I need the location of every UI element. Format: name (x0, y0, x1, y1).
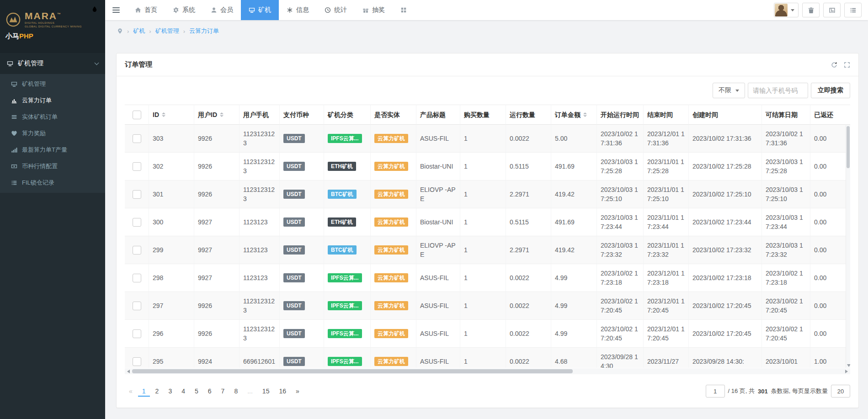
page-link[interactable]: 3 (164, 386, 176, 397)
column-header[interactable]: 已返还 (810, 105, 850, 125)
row-checkbox[interactable] (133, 134, 141, 143)
column-header[interactable]: 支付币种 (280, 105, 324, 125)
sidebar-item[interactable]: 最新算力单T产量 (0, 142, 105, 158)
column-header[interactable]: 创建时间 (689, 105, 762, 125)
page-jump-input[interactable] (706, 385, 725, 398)
topnav-item[interactable]: 系统 (165, 0, 203, 20)
sidebar-item[interactable]: 实体矿机订单 (0, 109, 105, 125)
cell-user-id: 9927 (194, 208, 240, 236)
sidebar-item[interactable]: FIL锁仓记录 (0, 175, 105, 191)
vertical-scrollbar[interactable] (846, 125, 850, 368)
scroll-right-arrow-icon[interactable] (843, 368, 850, 374)
horizontal-scrollbar-thumb[interactable] (132, 369, 573, 373)
scroll-left-arrow-icon[interactable] (125, 368, 132, 374)
select-all-checkbox[interactable] (133, 111, 141, 119)
select-all-cell (125, 105, 149, 125)
row-checkbox[interactable] (133, 218, 141, 227)
cell-id: 300 (149, 208, 194, 236)
column-header[interactable]: 是否实体 (371, 105, 416, 125)
row-checkbox[interactable] (133, 274, 141, 282)
droplet-icon[interactable] (91, 5, 98, 13)
topnav-item-icon (135, 7, 141, 13)
sidebar-item[interactable]: 算力奖励 (0, 125, 105, 142)
vertical-scrollbar-thumb[interactable] (847, 126, 850, 168)
column-header[interactable]: 用户ID (194, 105, 240, 125)
page-link[interactable]: 15 (258, 386, 274, 397)
desktop-icon (7, 60, 13, 67)
horizontal-scrollbar[interactable] (125, 368, 850, 374)
row-checkbox[interactable] (133, 329, 141, 338)
topnav-item[interactable] (393, 0, 415, 20)
trash-button[interactable] (802, 3, 820, 17)
sidebar-item[interactable]: 币种行情配置 (0, 158, 105, 175)
page-link[interactable]: 1 (138, 386, 150, 397)
row-checkbox[interactable] (133, 302, 141, 310)
row-checkbox[interactable] (133, 246, 141, 255)
page-link[interactable]: 7 (217, 386, 229, 397)
breadcrumb-item-current[interactable]: 云算力订单 (189, 27, 219, 35)
cell-product: ELIOVP -APE (416, 180, 460, 208)
page-size-input[interactable] (831, 385, 850, 398)
sort-icon[interactable] (162, 112, 165, 117)
column-header[interactable]: 开始运行时间 (597, 105, 644, 125)
topnav-item[interactable]: 抽奖 (355, 0, 393, 20)
sidebar-toggle-button[interactable] (105, 0, 127, 20)
page-link[interactable]: 5 (191, 386, 202, 397)
cell-buy-qty: 1 (460, 125, 506, 153)
topnav-item[interactable]: 会员 (203, 0, 241, 20)
total-count: 301 (758, 388, 768, 395)
sort-icon[interactable] (220, 112, 224, 117)
cell-buy-qty: 1 (460, 180, 506, 208)
scroll-down-arrow-icon[interactable] (847, 364, 850, 367)
topnav-item[interactable]: 首页 (127, 0, 165, 20)
row-checkbox[interactable] (133, 357, 141, 366)
search-button[interactable]: 立即搜索 (811, 83, 850, 98)
row-checkbox[interactable] (133, 162, 141, 171)
table-row: 301 9926 1123123123 USDT BTC矿机 云算力矿机 ELI… (125, 180, 850, 208)
topnav-item[interactable]: 统计 (317, 0, 355, 20)
topnav-item-label: 系统 (182, 6, 195, 14)
cell-category: ETH矿机 (324, 153, 371, 180)
column-header[interactable]: 可结算日期 (762, 105, 810, 125)
topnav-item[interactable]: 矿机 (241, 0, 279, 20)
page-link[interactable]: « (125, 386, 137, 397)
page-link[interactable]: 6 (204, 386, 216, 397)
image-button[interactable] (823, 3, 841, 17)
sort-icon[interactable] (583, 112, 587, 117)
list-button[interactable] (844, 3, 862, 17)
cell-user-id: 9926 (194, 153, 240, 180)
user-avatar-dropdown[interactable] (774, 3, 799, 17)
row-checkbox[interactable] (133, 190, 141, 199)
breadcrumb-item[interactable]: 矿机管理 (155, 27, 179, 35)
column-header[interactable]: 购买数量 (460, 105, 506, 125)
column-header[interactable]: 产品标题 (416, 105, 460, 125)
filter-type-dropdown[interactable]: 不限 (713, 83, 745, 98)
refresh-icon[interactable] (831, 62, 837, 68)
phone-search-input[interactable] (748, 83, 808, 98)
page-link[interactable]: » (292, 386, 304, 397)
cell-checkbox (125, 208, 149, 236)
page-link[interactable]: 16 (275, 386, 290, 397)
cell-phone: 1123123 (240, 264, 280, 292)
fullscreen-icon[interactable] (844, 62, 850, 68)
column-header[interactable]: 矿机分类 (324, 105, 371, 125)
cell-id: 301 (149, 180, 194, 208)
page-link[interactable]: 8 (230, 386, 242, 397)
page-link[interactable]: 4 (177, 386, 189, 397)
pagination-pages: « 1 2 3 4 5 6 7 (125, 386, 304, 397)
sidebar: MARA™ DIGITAL HOLDINGS GLOBAL DIGITAL CU… (0, 0, 105, 419)
column-header[interactable]: 运行数量 (506, 105, 551, 125)
brand-secondary: 小马PHP (5, 32, 100, 41)
breadcrumb-item[interactable]: 矿机 (133, 27, 145, 35)
page-link[interactable]: 2 (151, 386, 163, 397)
column-header[interactable]: 结束时间 (644, 105, 689, 125)
column-header[interactable]: ID (149, 105, 194, 125)
column-header[interactable]: 用户手机 (240, 105, 280, 125)
topnav-item[interactable]: 信息 (279, 0, 317, 20)
page-link[interactable]: ... (243, 386, 257, 397)
column-header[interactable]: 订单金额 (551, 105, 597, 125)
sidebar-group-miner-management[interactable]: 矿机管理 (0, 53, 105, 74)
sidebar-item[interactable]: 矿机管理 (0, 76, 105, 92)
coin-badge: USDT (283, 357, 305, 366)
sidebar-item[interactable]: 云算力订单 (0, 92, 105, 109)
